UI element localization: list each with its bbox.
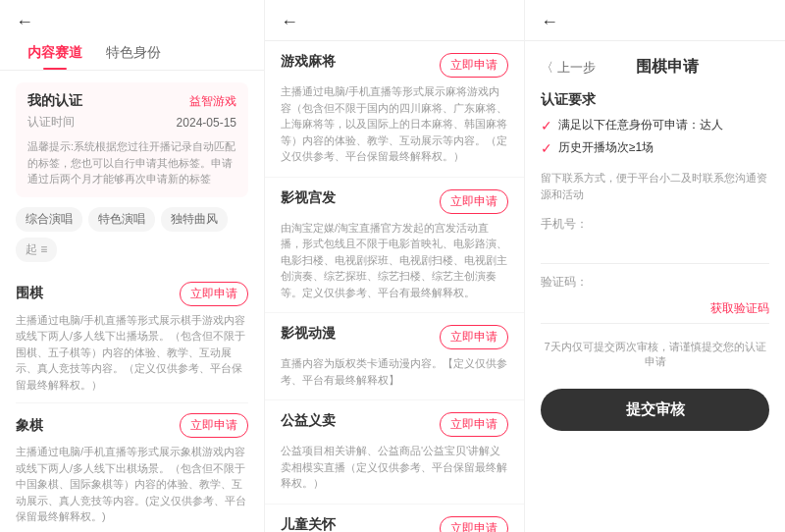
middle-top-nav: ← [265,0,524,41]
mid-cat-0: 游戏麻将 立即申请 主播通过电脑/手机直播等形式展示麻将游戏内容（包含但不限于国… [265,41,524,178]
mid-cat-2-desc: 直播内容为版权类卡通动漫内容。【定义仅供参考、平台有最终解释权】 [281,355,508,388]
code-input[interactable] [541,301,710,316]
middle-panel: ← 游戏麻将 立即申请 主播通过电脑/手机直播等形式展示麻将游戏内容（包含但不限… [265,0,525,532]
code-label: 验证码： [541,274,769,291]
req-item-0-text: 满足以下任意身份可申请：达人 [558,117,723,133]
mid-cat-2: 影视动漫 立即申请 直播内容为版权类卡通动漫内容。【定义仅供参考、平台有最终解释… [265,313,524,400]
check-icon-0: ✓ [541,118,552,133]
mid-cat-2-apply[interactable]: 立即申请 [440,325,508,349]
req-item-1-text: 历史开播场次≥1场 [558,139,654,156]
mid-cat-3-name: 公益义卖 [281,412,336,430]
bottom-hint: 7天内仅可提交两次审核，请谨慎提交您的认证申请 [541,340,769,369]
left-cat-1-desc: 主播通过电脑/手机直播等形式展示象棋游戏内容或线下两人/多人线下出棋场景。（包含… [16,444,248,525]
tag-2[interactable]: 独特曲风 [161,207,228,232]
contact-hint: 留下联系方式，便于平台小二及时联系您沟通资源和活动 [541,170,769,202]
req-section: 认证要求 ✓ 满足以下任意身份可申请：达人 ✓ 历史开播场次≥1场 [541,91,769,156]
right-page-title: 围棋申请 [596,57,740,78]
cert-section: 我的认证 益智游戏 认证时间 2024-05-15 温馨提示:系统根据您过往开播… [16,82,248,197]
mid-cat-4-name: 儿童关怀 [281,516,336,533]
tag-0[interactable]: 综合演唱 [16,207,82,232]
mid-cat-4: 儿童关怀 立即申请 关注未成年人成长、心理、营养、安全等议题 [265,505,524,533]
left-cat-1: 象棋 立即申请 主播通过电脑/手机直播等形式展示象棋游戏内容或线下两人/多人线下… [16,403,248,532]
step-back-btn[interactable]: 〈 上一步 [541,59,596,77]
mid-cat-3-desc: 公益项目相关讲解、公益商品'公益宝贝'讲解义卖相模实直播（定义仅供参考、平台保留… [281,443,508,492]
mid-cat-2-name: 影视动漫 [281,325,336,343]
code-form-group: 验证码： 获取验证码 [541,274,769,324]
left-cat-0-apply[interactable]: 立即申请 [180,282,248,306]
mid-cat-0-name: 游戏麻将 [281,53,336,71]
right-top-nav: ← [525,0,785,41]
mid-cat-1-name: 影视宫发 [281,189,336,207]
mid-cat-4-apply[interactable]: 立即申请 [440,516,508,533]
req-title: 认证要求 [541,91,769,109]
verify-btn[interactable]: 获取验证码 [710,300,769,317]
tab-special-identity[interactable]: 特色身份 [94,36,173,70]
middle-content: 游戏麻将 立即申请 主播通过电脑/手机直播等形式展示麻将游戏内容（包含但不限于国… [265,41,524,532]
left-panel: ← 内容赛道 特色身份 我的认证 益智游戏 认证时间 2024-05-15 温馨… [0,0,265,532]
cert-time-label: 认证时间 [27,114,75,131]
middle-back-arrow[interactable]: ← [281,12,298,32]
mid-cat-1-apply[interactable]: 立即申请 [440,189,508,214]
mid-cat-3: 公益义卖 立即申请 公益项目相关讲解、公益商品'公益宝贝'讲解义卖相模实直播（定… [265,400,524,505]
submit-button[interactable]: 提交审核 [541,389,769,431]
left-cat-0: 围棋 立即申请 主播通过电脑/手机直播等形式展示棋手游戏内容或线下两人/多人线下… [16,272,248,404]
mid-cat-0-desc: 主播通过电脑/手机直播等形式展示麻将游戏内容（包含但不限于国内的四川麻将、广东麻… [281,83,508,165]
cert-value: 益智游戏 [189,93,236,110]
left-back-arrow[interactable]: ← [16,12,33,32]
right-panel: ← 〈 上一步 围棋申请 认证要求 ✓ 满足以下任意身份可申请：达人 ✓ 历史开… [525,0,785,532]
left-cat-0-name: 围棋 [16,285,43,302]
tag-row: 综合演唱 特色演唱 独特曲风 起 ≡ [16,207,248,262]
mid-cat-3-apply[interactable]: 立即申请 [440,412,508,437]
mid-cat-1: 影视宫发 立即申请 由淘宝定媒/淘宝直播官方发起的宫发活动直播，形式包线且不限于… [265,178,524,314]
left-cat-0-desc: 主播通过电脑/手机直播等形式展示棋手游戏内容或线下两人/多人线下出播场景。（包含… [16,312,248,394]
req-item-1: ✓ 历史开播场次≥1场 [541,139,769,156]
cert-desc: 温馨提示:系统根据您过往开播记录自动匹配的标签，您也可以自行申请其他标签。申请通… [27,138,236,187]
tag-1[interactable]: 特色演唱 [88,207,155,232]
mid-cat-0-apply[interactable]: 立即申请 [440,53,508,78]
left-tab-bar: 内容赛道 特色身份 [0,36,264,71]
cert-time-value: 2024-05-15 [177,116,236,130]
left-cat-1-name: 象棋 [16,417,43,435]
check-icon-1: ✓ [541,140,552,156]
tab-content-track[interactable]: 内容赛道 [16,36,94,70]
cert-label: 我的认证 [27,92,82,110]
right-back-arrow[interactable]: ← [541,12,558,32]
phone-label: 手机号： [541,216,769,233]
left-content: 我的认证 益智游戏 认证时间 2024-05-15 温馨提示:系统根据您过往开播… [0,71,264,532]
tag-more[interactable]: 起 ≡ [16,238,57,262]
req-item-0: ✓ 满足以下任意身份可申请：达人 [541,117,769,133]
phone-form-group: 手机号： [541,216,769,264]
mid-cat-1-desc: 由淘宝定媒/淘宝直播官方发起的宫发活动直播，形式包线且不限于电影首映礼、电影路演… [281,220,508,301]
right-content: 〈 上一步 围棋申请 认证要求 ✓ 满足以下任意身份可申请：达人 ✓ 历史开播场… [525,41,785,532]
left-cat-1-apply[interactable]: 立即申请 [180,413,248,438]
phone-input[interactable] [541,242,769,257]
left-top-nav: ← [0,0,264,32]
